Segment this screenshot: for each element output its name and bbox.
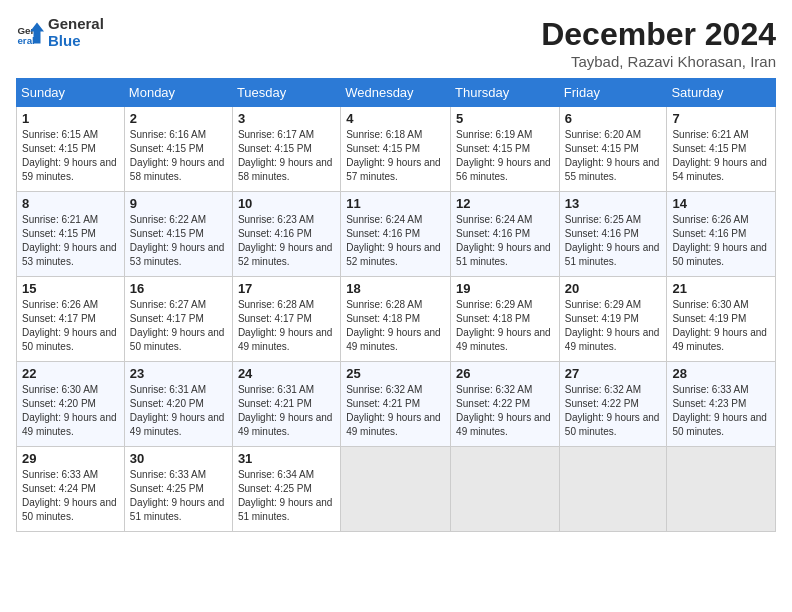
- cell-sunset: Sunset: 4:16 PM: [346, 227, 445, 241]
- calendar-cell: 23 Sunrise: 6:31 AM Sunset: 4:20 PM Dayl…: [124, 362, 232, 447]
- cell-sunrise: Sunrise: 6:29 AM: [565, 298, 662, 312]
- day-number: 15: [22, 281, 119, 296]
- cell-daylight: Daylight: 9 hours and 53 minutes.: [22, 241, 119, 269]
- cell-daylight: Daylight: 9 hours and 50 minutes.: [672, 411, 770, 439]
- cell-sunrise: Sunrise: 6:22 AM: [130, 213, 227, 227]
- cell-daylight: Daylight: 9 hours and 54 minutes.: [672, 156, 770, 184]
- calendar-cell: 8 Sunrise: 6:21 AM Sunset: 4:15 PM Dayli…: [17, 192, 125, 277]
- calendar-cell: 25 Sunrise: 6:32 AM Sunset: 4:21 PM Dayl…: [341, 362, 451, 447]
- cell-daylight: Daylight: 9 hours and 58 minutes.: [238, 156, 335, 184]
- cell-sunrise: Sunrise: 6:29 AM: [456, 298, 554, 312]
- day-number: 31: [238, 451, 335, 466]
- cell-sunset: Sunset: 4:15 PM: [672, 142, 770, 156]
- calendar-cell: 26 Sunrise: 6:32 AM Sunset: 4:22 PM Dayl…: [451, 362, 560, 447]
- day-number: 3: [238, 111, 335, 126]
- calendar-cell: 30 Sunrise: 6:33 AM Sunset: 4:25 PM Dayl…: [124, 447, 232, 532]
- cell-daylight: Daylight: 9 hours and 50 minutes.: [22, 326, 119, 354]
- cell-sunset: Sunset: 4:18 PM: [346, 312, 445, 326]
- day-number: 26: [456, 366, 554, 381]
- cell-daylight: Daylight: 9 hours and 58 minutes.: [130, 156, 227, 184]
- calendar-cell: 2 Sunrise: 6:16 AM Sunset: 4:15 PM Dayli…: [124, 107, 232, 192]
- day-number: 11: [346, 196, 445, 211]
- calendar-cell: 5 Sunrise: 6:19 AM Sunset: 4:15 PM Dayli…: [451, 107, 560, 192]
- cell-sunrise: Sunrise: 6:30 AM: [672, 298, 770, 312]
- day-number: 30: [130, 451, 227, 466]
- cell-daylight: Daylight: 9 hours and 52 minutes.: [238, 241, 335, 269]
- header-day-thursday: Thursday: [451, 79, 560, 107]
- cell-sunrise: Sunrise: 6:33 AM: [22, 468, 119, 482]
- header-day-sunday: Sunday: [17, 79, 125, 107]
- cell-sunrise: Sunrise: 6:19 AM: [456, 128, 554, 142]
- day-number: 8: [22, 196, 119, 211]
- calendar-cell: 14 Sunrise: 6:26 AM Sunset: 4:16 PM Dayl…: [667, 192, 776, 277]
- cell-sunrise: Sunrise: 6:32 AM: [456, 383, 554, 397]
- title-block: December 2024 Taybad, Razavi Khorasan, I…: [541, 16, 776, 70]
- cell-sunrise: Sunrise: 6:32 AM: [565, 383, 662, 397]
- cell-sunset: Sunset: 4:22 PM: [456, 397, 554, 411]
- calendar-week-4: 29 Sunrise: 6:33 AM Sunset: 4:24 PM Dayl…: [17, 447, 776, 532]
- day-number: 9: [130, 196, 227, 211]
- day-number: 25: [346, 366, 445, 381]
- cell-sunrise: Sunrise: 6:16 AM: [130, 128, 227, 142]
- calendar-cell: 12 Sunrise: 6:24 AM Sunset: 4:16 PM Dayl…: [451, 192, 560, 277]
- logo-text-line1: General: [48, 16, 104, 33]
- calendar-cell: 9 Sunrise: 6:22 AM Sunset: 4:15 PM Dayli…: [124, 192, 232, 277]
- day-number: 20: [565, 281, 662, 296]
- calendar-header-row: SundayMondayTuesdayWednesdayThursdayFrid…: [17, 79, 776, 107]
- cell-sunrise: Sunrise: 6:33 AM: [672, 383, 770, 397]
- cell-sunset: Sunset: 4:17 PM: [22, 312, 119, 326]
- cell-sunrise: Sunrise: 6:26 AM: [22, 298, 119, 312]
- header-day-tuesday: Tuesday: [232, 79, 340, 107]
- cell-sunrise: Sunrise: 6:28 AM: [346, 298, 445, 312]
- cell-daylight: Daylight: 9 hours and 49 minutes.: [130, 411, 227, 439]
- cell-sunrise: Sunrise: 6:20 AM: [565, 128, 662, 142]
- calendar-cell: 22 Sunrise: 6:30 AM Sunset: 4:20 PM Dayl…: [17, 362, 125, 447]
- cell-sunrise: Sunrise: 6:17 AM: [238, 128, 335, 142]
- calendar-cell: 28 Sunrise: 6:33 AM Sunset: 4:23 PM Dayl…: [667, 362, 776, 447]
- day-number: 5: [456, 111, 554, 126]
- cell-sunrise: Sunrise: 6:25 AM: [565, 213, 662, 227]
- cell-sunset: Sunset: 4:16 PM: [672, 227, 770, 241]
- cell-sunset: Sunset: 4:21 PM: [346, 397, 445, 411]
- cell-daylight: Daylight: 9 hours and 50 minutes.: [672, 241, 770, 269]
- cell-sunset: Sunset: 4:21 PM: [238, 397, 335, 411]
- day-number: 12: [456, 196, 554, 211]
- cell-daylight: Daylight: 9 hours and 50 minutes.: [130, 326, 227, 354]
- day-number: 19: [456, 281, 554, 296]
- calendar-cell: [341, 447, 451, 532]
- cell-daylight: Daylight: 9 hours and 51 minutes.: [238, 496, 335, 524]
- day-number: 29: [22, 451, 119, 466]
- calendar-cell: 24 Sunrise: 6:31 AM Sunset: 4:21 PM Dayl…: [232, 362, 340, 447]
- calendar-body: 1 Sunrise: 6:15 AM Sunset: 4:15 PM Dayli…: [17, 107, 776, 532]
- cell-sunrise: Sunrise: 6:24 AM: [456, 213, 554, 227]
- day-number: 1: [22, 111, 119, 126]
- calendar-cell: 19 Sunrise: 6:29 AM Sunset: 4:18 PM Dayl…: [451, 277, 560, 362]
- svg-text:eral: eral: [17, 35, 35, 46]
- cell-sunrise: Sunrise: 6:27 AM: [130, 298, 227, 312]
- cell-sunrise: Sunrise: 6:18 AM: [346, 128, 445, 142]
- calendar-cell: 4 Sunrise: 6:18 AM Sunset: 4:15 PM Dayli…: [341, 107, 451, 192]
- cell-daylight: Daylight: 9 hours and 51 minutes.: [565, 241, 662, 269]
- cell-sunset: Sunset: 4:17 PM: [238, 312, 335, 326]
- cell-sunset: Sunset: 4:15 PM: [22, 142, 119, 156]
- day-number: 10: [238, 196, 335, 211]
- cell-sunrise: Sunrise: 6:32 AM: [346, 383, 445, 397]
- cell-sunrise: Sunrise: 6:30 AM: [22, 383, 119, 397]
- cell-daylight: Daylight: 9 hours and 53 minutes.: [130, 241, 227, 269]
- calendar-cell: 27 Sunrise: 6:32 AM Sunset: 4:22 PM Dayl…: [559, 362, 667, 447]
- cell-sunset: Sunset: 4:20 PM: [22, 397, 119, 411]
- cell-sunrise: Sunrise: 6:34 AM: [238, 468, 335, 482]
- cell-daylight: Daylight: 9 hours and 50 minutes.: [565, 411, 662, 439]
- header-day-saturday: Saturday: [667, 79, 776, 107]
- cell-daylight: Daylight: 9 hours and 49 minutes.: [456, 326, 554, 354]
- calendar-cell: 11 Sunrise: 6:24 AM Sunset: 4:16 PM Dayl…: [341, 192, 451, 277]
- calendar-cell: 18 Sunrise: 6:28 AM Sunset: 4:18 PM Dayl…: [341, 277, 451, 362]
- cell-sunset: Sunset: 4:24 PM: [22, 482, 119, 496]
- day-number: 2: [130, 111, 227, 126]
- cell-sunset: Sunset: 4:15 PM: [130, 227, 227, 241]
- cell-daylight: Daylight: 9 hours and 50 minutes.: [22, 496, 119, 524]
- cell-daylight: Daylight: 9 hours and 56 minutes.: [456, 156, 554, 184]
- cell-sunset: Sunset: 4:15 PM: [238, 142, 335, 156]
- cell-sunrise: Sunrise: 6:26 AM: [672, 213, 770, 227]
- cell-daylight: Daylight: 9 hours and 49 minutes.: [346, 411, 445, 439]
